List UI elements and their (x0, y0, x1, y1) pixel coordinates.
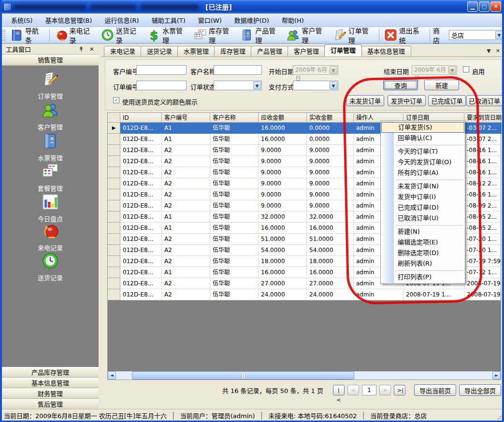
toolbar-exit-button[interactable]: 退出系统 (381, 25, 428, 46)
toolbar-customer-button[interactable]: 客户管理 (284, 25, 330, 46)
filter-unshipped-button[interactable]: 未发货订单 (346, 95, 384, 106)
enable-checkbox[interactable] (463, 66, 469, 72)
tab-list-dropdown-icon[interactable]: ▼ (487, 48, 490, 54)
row-selector-cell[interactable] (108, 223, 120, 234)
toolbar-grip[interactable] (2, 29, 5, 41)
order-code-input[interactable] (136, 81, 187, 90)
context-menu-item[interactable]: 今天的发货订单(O) (381, 157, 464, 168)
row-selector-cell[interactable] (108, 200, 120, 211)
row-selector-cell[interactable] (108, 156, 120, 167)
row-selector-cell[interactable] (108, 289, 120, 300)
sidebar-group[interactable]: 产品库存管理 (2, 367, 99, 378)
context-menu-item[interactable]: 所有的订单(A) (381, 168, 464, 178)
tab-2[interactable]: 水票管理 (177, 46, 215, 56)
toolbar-product-button[interactable]: 产品管理 (237, 25, 284, 46)
context-menu-item[interactable]: 发货中订单(I) (381, 192, 464, 202)
context-menu-item[interactable]: 已取消订单(U) (381, 213, 464, 224)
filter-shipping-button[interactable]: 发货中订单 (388, 95, 426, 106)
tab-7[interactable]: 基本信息管理 (361, 46, 411, 56)
row-selector-cell[interactable] (108, 256, 120, 267)
sidebar-item-call-records[interactable]: 来电记录 (2, 222, 99, 252)
sidebar-group[interactable]: 基本信息管理 (2, 378, 99, 388)
tab-active-6[interactable]: 订单管理 (324, 44, 362, 56)
page-number-input[interactable]: 1 (362, 385, 376, 395)
sidebar-group[interactable]: 财务管理 (2, 388, 99, 399)
filter-cancelled-button[interactable]: 已取消订单 (466, 95, 503, 106)
context-menu-item[interactable]: 未发货订单(N) (381, 181, 464, 192)
scroll-left-icon[interactable]: ◄ (108, 371, 116, 380)
row-selector-cell[interactable] (108, 267, 120, 278)
row-selector-cell[interactable] (108, 211, 120, 223)
column-header[interactable]: 要求到货日期 (464, 113, 502, 123)
context-menu-item[interactable]: 今天的订单(T) (381, 146, 464, 157)
scrollbar-thumb[interactable] (132, 371, 354, 380)
row-selector-cell[interactable] (108, 189, 120, 200)
sidebar-item-package-management[interactable]: 套餐管理 (2, 163, 99, 193)
sidebar-item-water-ticket[interactable]: 水票管理 (2, 132, 99, 162)
customer-name-input[interactable] (214, 65, 262, 75)
close-icon[interactable]: ✕ (88, 46, 96, 53)
sidebar-item-order-management[interactable]: 订单管理 (2, 70, 99, 100)
context-menu-item[interactable]: 删除选定项(D) (381, 248, 464, 258)
toolbar-inventory-button[interactable]: 库存管理 (191, 25, 237, 46)
minimize-button[interactable]: ▁ (467, 1, 478, 12)
column-header[interactable]: ID (120, 113, 162, 123)
toolbar-order-button[interactable]: 订单管理 (331, 25, 377, 46)
export-all-pages-button[interactable]: 导出全部页 (459, 384, 501, 396)
context-menu-item[interactable]: 刷新列表(R) (381, 258, 464, 269)
tab-4[interactable]: 产品管理 (251, 46, 288, 56)
sidebar-item-today-inventory[interactable]: 今日盘点 (2, 193, 99, 223)
column-header[interactable]: 应收金额 (259, 113, 307, 123)
maximize-button[interactable]: ▢ (479, 1, 490, 12)
row-selector-cell[interactable] (108, 145, 120, 156)
context-menu-item[interactable]: 编辑选定项(E) (381, 237, 464, 248)
chevron-down-icon[interactable]: ▼ (253, 82, 261, 89)
table-row[interactable]: 012D-E8...A2伍华聪24.000024.0000admin2008-0… (108, 289, 501, 300)
horizontal-scrollbar[interactable]: ◄ ► (108, 371, 501, 380)
context-menu-item[interactable]: 打印列表(P) (381, 272, 464, 282)
tab-close-icon[interactable]: ✕ (496, 48, 500, 54)
column-header[interactable]: 客户名称 (210, 113, 259, 123)
tab-1[interactable]: 送货记录 (141, 46, 178, 56)
scroll-right-icon[interactable]: ► (492, 371, 501, 380)
order-status-select[interactable]: ▼ (214, 81, 262, 90)
toolbar-delivery-records-button[interactable]: 送货记录 (98, 25, 144, 46)
last-page-button[interactable]: >| (394, 385, 405, 395)
sidebar-group[interactable]: 售后管理 (2, 399, 99, 409)
color-display-checkbox[interactable]: ✓ (113, 97, 119, 103)
toolbar-call-records-button[interactable]: 来电记录 (52, 25, 98, 46)
row-selector-cell[interactable] (108, 167, 120, 178)
context-menu-item[interactable]: 订单发货(S) (381, 122, 464, 133)
chevron-down-icon[interactable]: ▼ (330, 82, 337, 89)
pin-icon[interactable] (77, 46, 85, 53)
tab-3[interactable]: 库存管理 (214, 46, 252, 56)
row-selector-cell[interactable] (108, 278, 120, 289)
row-selector-cell[interactable] (108, 234, 120, 245)
toolbar-navigator-button[interactable]: 导航条 (7, 25, 47, 46)
tab-5[interactable]: 客户管理 (288, 46, 325, 56)
context-menu-item[interactable]: 回单确认(C) (381, 133, 464, 143)
row-selector-cell[interactable] (108, 178, 120, 189)
row-selector-cell[interactable] (108, 134, 120, 145)
context-menu-item[interactable]: 已完成订单(D) (381, 202, 464, 213)
start-date-picker[interactable]: 2009年 6月 8日 ▼ (293, 65, 338, 75)
tab-0[interactable]: 来电记录 (104, 46, 142, 56)
toolbar-water-ticket-button[interactable]: 水票管理 (144, 25, 191, 46)
export-current-page-button[interactable]: 导出当前页 (414, 384, 456, 396)
resize-grip[interactable] (497, 414, 503, 420)
filter-completed-button[interactable]: 已完成订单 (428, 95, 466, 106)
close-button[interactable]: ✕ (490, 1, 501, 12)
end-date-picker[interactable]: 2009年 6月 8日 ▼ (412, 65, 457, 75)
prev-page-button[interactable]: < (347, 385, 359, 395)
first-page-button[interactable]: |< (333, 385, 345, 395)
chevron-down-icon[interactable]: ▼ (495, 31, 503, 39)
row-selector-cell[interactable]: ▶ (108, 123, 120, 134)
sidebar-item-delivery-records[interactable]: 送货记录 (2, 252, 99, 282)
query-button[interactable]: 查询 (383, 80, 418, 90)
context-menu-item[interactable]: 新建(N) (381, 226, 464, 237)
pay-method-select[interactable]: ▼ (293, 81, 338, 90)
column-header[interactable]: 实收金额 (307, 113, 354, 123)
sidebar-group-sales[interactable]: 销售管理 (2, 55, 99, 66)
row-selector-cell[interactable] (108, 245, 120, 256)
customer-code-input[interactable] (136, 65, 187, 75)
